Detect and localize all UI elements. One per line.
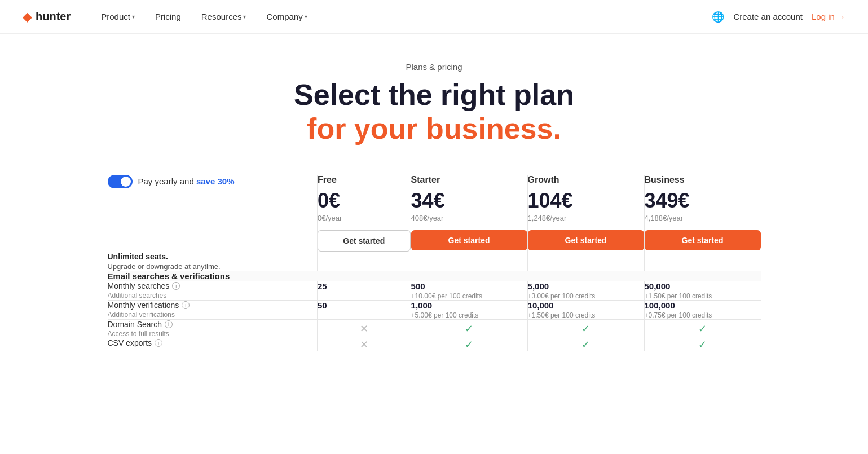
monthly-verifications-free: 50 — [318, 301, 411, 320]
starter-get-started-button[interactable]: Get started — [411, 230, 527, 250]
pricing-table: Pay yearly and save 30% Free 0€ 0€/year … — [107, 174, 761, 352]
monthly-verifications-starter: 1,000 +5.00€ per 100 credits — [411, 301, 527, 320]
seats-starter-empty — [411, 252, 527, 271]
nav-company[interactable]: Company ▾ — [258, 8, 315, 25]
plan-free-price: 0€ — [318, 189, 411, 212]
check-icon: ✓ — [581, 339, 590, 350]
monthly-searches-business: 50,000 +1.50€ per 100 credits — [644, 281, 761, 301]
seats-growth-empty — [527, 252, 644, 271]
hero-section: Plans & pricing Select the right plan fo… — [0, 34, 868, 163]
csv-exports-free: ✕ — [318, 338, 411, 351]
plan-starter-price: 34€ — [411, 189, 527, 212]
nav-resources[interactable]: Resources ▾ — [193, 8, 254, 25]
login-link[interactable]: Log in → — [812, 12, 845, 21]
seats-free-empty — [318, 252, 411, 271]
monthly-searches-free: 25 — [318, 281, 411, 301]
monthly-verifications-row: Monthly verifications i Additional verif… — [107, 301, 761, 320]
cross-icon: ✕ — [360, 339, 368, 350]
csv-exports-info-icon[interactable]: i — [155, 339, 162, 347]
logo[interactable]: ◆ hunter — [23, 10, 71, 24]
monthly-verifications-label: Monthly verifications i Additional verif… — [107, 301, 318, 320]
monthly-searches-info-icon[interactable]: i — [172, 282, 180, 290]
plan-growth-name: Growth — [528, 175, 644, 185]
seats-business-empty — [644, 252, 761, 271]
domain-search-row: Domain Search i Access to full results ✕… — [107, 320, 761, 338]
plan-business-price: 349€ — [645, 189, 761, 212]
monthly-searches-starter: 500 +10.00€ per 100 credits — [411, 281, 527, 301]
seats-cell: Unlimited seats. Upgrade or downgrade at… — [107, 252, 318, 271]
toggle-cell: Pay yearly and save 30% — [107, 174, 318, 252]
seats-subtitle: Upgrade or downgrade at anytime. — [108, 262, 318, 271]
globe-icon[interactable]: 🌐 — [712, 11, 724, 23]
plan-growth-year: 1,248€/year — [528, 214, 644, 222]
hero-subtitle: Plans & pricing — [11, 62, 857, 72]
business-get-started-button[interactable]: Get started — [645, 230, 761, 250]
monthly-searches-row: Monthly searches i Additional searches 2… — [107, 281, 761, 301]
chevron-down-icon: ▾ — [305, 14, 307, 20]
domain-search-free: ✕ — [318, 320, 411, 338]
monthly-verifications-growth: 10,000 +1.50€ per 100 credits — [527, 301, 644, 320]
plan-starter-year: 408€/year — [411, 214, 527, 222]
csv-exports-row: CSV exports i ✕ ✓ ✓ ✓ — [107, 338, 761, 351]
plan-business-header: Business 349€ 4,188€/year Get started — [644, 174, 761, 252]
domain-search-info-icon[interactable]: i — [165, 320, 173, 328]
check-icon: ✓ — [698, 339, 707, 350]
csv-exports-label: CSV exports i — [107, 338, 318, 351]
domain-search-growth: ✓ — [527, 320, 644, 338]
monthly-verifications-business: 100,000 +0.75€ per 100 credits — [644, 301, 761, 320]
pricing-section: Pay yearly and save 30% Free 0€ 0€/year … — [96, 174, 773, 352]
csv-exports-starter: ✓ — [411, 338, 527, 351]
check-icon: ✓ — [698, 323, 707, 334]
toggle-label: Pay yearly and save 30% — [138, 177, 235, 186]
nav-links: Product ▾ Pricing Resources ▾ Company ▾ — [93, 8, 315, 25]
nav-pricing[interactable]: Pricing — [147, 8, 189, 25]
check-icon: ✓ — [581, 323, 590, 334]
plan-free-name: Free — [318, 175, 411, 185]
csv-exports-growth: ✓ — [527, 338, 644, 351]
email-section-row: Email searches & verifications — [107, 271, 761, 281]
free-get-started-button[interactable]: Get started — [318, 230, 411, 252]
plan-free-year: 0€/year — [318, 214, 411, 222]
cross-icon: ✕ — [360, 323, 368, 334]
monthly-searches-label: Monthly searches i Additional searches — [107, 281, 318, 301]
csv-exports-business: ✓ — [644, 338, 761, 351]
plan-free-header: Free 0€ 0€/year Get started — [318, 174, 411, 252]
chevron-down-icon: ▾ — [132, 14, 135, 20]
plan-starter-name: Starter — [411, 175, 527, 185]
check-icon: ✓ — [465, 323, 473, 334]
domain-search-business: ✓ — [644, 320, 761, 338]
growth-get-started-button[interactable]: Get started — [528, 230, 644, 250]
nav-right: 🌐 Create an account Log in → — [712, 11, 845, 23]
monthly-verifications-info-icon[interactable]: i — [182, 301, 190, 309]
plan-growth-price: 104€ — [528, 189, 644, 212]
plan-business-name: Business — [645, 175, 761, 185]
monthly-searches-growth: 5,000 +3.00€ per 100 credits — [527, 281, 644, 301]
plan-starter-header: Starter 34€ 408€/year Get started — [411, 174, 527, 252]
chevron-down-icon: ▾ — [243, 14, 246, 20]
create-account-link[interactable]: Create an account — [733, 12, 803, 21]
check-icon: ✓ — [465, 339, 473, 350]
domain-search-starter: ✓ — [411, 320, 527, 338]
nav-product[interactable]: Product ▾ — [93, 8, 143, 25]
yearly-toggle[interactable] — [108, 175, 133, 188]
logo-text: hunter — [36, 10, 71, 23]
logo-icon: ◆ — [23, 10, 32, 24]
hero-title: Select the right plan for your business. — [11, 78, 857, 146]
seats-title: Unlimited seats. — [108, 252, 318, 261]
toggle-knob — [121, 177, 131, 187]
plan-header-row: Pay yearly and save 30% Free 0€ 0€/year … — [107, 174, 761, 252]
email-section-header: Email searches & verifications — [107, 271, 761, 281]
plan-growth-header: Growth 104€ 1,248€/year Get started — [527, 174, 644, 252]
seats-row: Unlimited seats. Upgrade or downgrade at… — [107, 252, 761, 271]
domain-search-label: Domain Search i Access to full results — [107, 320, 318, 338]
plan-business-year: 4,188€/year — [645, 214, 761, 222]
